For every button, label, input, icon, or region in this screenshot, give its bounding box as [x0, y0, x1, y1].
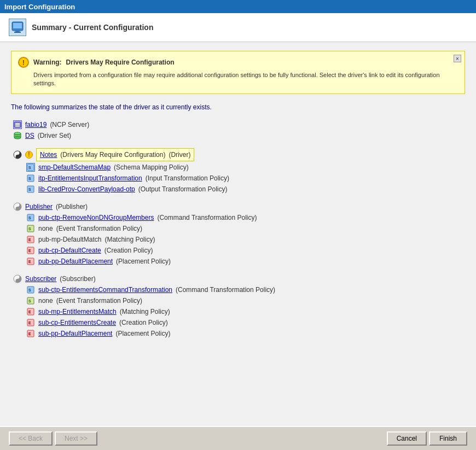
pub-pp-link[interactable]: pub-pp-DefaultPlacement [38, 256, 113, 266]
sub-pp-desc: (Placement Policy) [115, 329, 170, 338]
pub-mp-row: E pub-mp-DefaultMatch (Matching Policy) [13, 235, 465, 244]
ds-icon [13, 131, 22, 140]
pub-pp-icon: E [26, 257, 35, 266]
pub-etp-row: S none (Event Transformation Policy) [13, 224, 465, 233]
smp-link[interactable]: smp-DefaultSchemaMap [38, 162, 111, 172]
finish-button[interactable]: Finish [429, 431, 467, 446]
svg-point-21 [17, 204, 19, 206]
warning-close-button[interactable]: × [454, 55, 461, 62]
ds-desc: (Driver Set) [38, 131, 71, 141]
sub-etp-icon: S [26, 296, 35, 305]
summary-text: The following summarizes the state of th… [11, 103, 465, 112]
svg-point-34 [17, 276, 19, 278]
warning-box: × ! Warning: Drivers May Require Configu… [11, 51, 465, 94]
pub-ctp-desc: (Command Transformation Policy) [157, 213, 257, 223]
ds-link[interactable]: DS [25, 131, 34, 141]
warning-title-label: Warning: [33, 59, 62, 66]
sub-etp-desc: (Event Transformation Policy) [56, 296, 142, 306]
sub-etp-none: none [38, 296, 53, 306]
schema-icon: S [26, 163, 35, 172]
svg-text:S: S [28, 177, 31, 180]
server-icon [13, 120, 22, 129]
svg-text:E: E [28, 260, 31, 264]
svg-rect-1 [13, 23, 22, 28]
svg-rect-3 [14, 32, 21, 33]
sub-etp-row: S none (Event Transformation Policy) [13, 296, 465, 306]
pub-cp-icon: E [26, 246, 35, 255]
publisher-yin-yang-icon [13, 202, 22, 211]
notes-link[interactable]: Notes [40, 150, 57, 160]
publisher-desc: (Publisher) [56, 202, 88, 212]
svg-text:E: E [28, 332, 31, 336]
notes-warning-text: (Drivers May Require Configuration) [60, 150, 165, 160]
sub-mp-link[interactable]: sub-mp-EntitlementsMatch [38, 307, 117, 317]
bang-icon: ! [25, 151, 33, 159]
title-bar: Import Configuration [0, 0, 476, 13]
svg-rect-7 [15, 126, 20, 127]
pub-etp-desc: (Event Transformation Policy) [56, 224, 142, 233]
cancel-button[interactable]: Cancel [387, 431, 427, 446]
sub-cp-row: E sub-cp-EntitlementsCreate (Creation Po… [13, 318, 465, 328]
sub-cp-desc: (Creation Policy) [119, 318, 168, 328]
svg-rect-5 [15, 123, 20, 124]
footer: << Back Next >> Cancel Finish [0, 426, 476, 450]
svg-text:S: S [28, 166, 31, 170]
sub-pp-link[interactable]: sub-pp-DefaultPlacement [38, 329, 112, 338]
publisher-link[interactable]: Publisher [25, 202, 53, 212]
server-desc: (NCP Server) [50, 120, 89, 130]
pub-etp-icon: S [26, 224, 35, 233]
back-button[interactable]: << Back [9, 431, 53, 446]
subscriber-link[interactable]: Subscriber [25, 274, 56, 284]
title-bar-label: Import Configuration [4, 3, 75, 11]
sub-ctp-desc: (Command Transformation Policy) [176, 285, 275, 295]
lib-link[interactable]: lib-CredProv-ConvertPayload-otp [38, 184, 135, 194]
pub-cp-link[interactable]: pub-cp-DefaultCreate [38, 246, 101, 255]
svg-point-9 [14, 132, 21, 135]
svg-text:S: S [28, 288, 31, 292]
sub-pp-row: E sub-pp-DefaultPlacement (Placement Pol… [13, 329, 465, 338]
svg-point-13 [17, 156, 19, 157]
pub-ctp-icon: S [26, 213, 35, 222]
pub-pp-desc: (Placement Policy) [116, 256, 171, 266]
main-container: Summary - Current Configuration × ! Warn… [0, 13, 476, 450]
server-link[interactable]: fabio19 [25, 120, 47, 130]
itp-desc: (Input Transformation Policy) [146, 173, 229, 183]
sub-ctp-icon: S [26, 285, 35, 294]
sub-cp-link[interactable]: sub-cp-EntitlementsCreate [38, 318, 116, 328]
pub-etp-none: none [38, 224, 53, 233]
svg-text:E: E [28, 249, 31, 253]
header-title: Summary - Current Configuration [32, 23, 153, 32]
notes-row: ! Notes (Drivers May Require Configurati… [13, 148, 465, 161]
svg-text:S: S [28, 227, 31, 231]
svg-point-12 [17, 152, 19, 154]
svg-point-22 [17, 208, 19, 209]
svg-text:E: E [28, 321, 31, 325]
warning-heading: Drivers May Require Configuration [66, 59, 175, 66]
lib-row: S lib-CredProv-ConvertPayload-otp (Outpu… [13, 184, 465, 194]
pub-ctp-link[interactable]: pub-ctp-RemoveNonDNGroupMembers [38, 213, 154, 223]
subscriber-desc: (Subscriber) [60, 274, 95, 284]
warning-header: ! Warning: Drivers May Require Configura… [18, 57, 458, 68]
notes-driver-text: (Driver) [169, 150, 190, 160]
notes-highlighted: Notes (Drivers May Require Configuration… [36, 148, 194, 161]
yin-yang-icon [13, 150, 22, 159]
pub-mp-text: pub-mp-DefaultMatch [38, 235, 101, 244]
svg-text:E: E [28, 238, 31, 242]
lib-desc: (Output Transformation Policy) [138, 184, 228, 194]
svg-text:S: S [28, 216, 31, 220]
sub-pp-icon: E [26, 329, 35, 338]
svg-point-35 [17, 280, 19, 282]
sub-ctp-row: S sub-ctp-EntitlementsCommandTransformat… [13, 285, 465, 295]
sub-ctp-link[interactable]: sub-ctp-EntitlementsCommandTransformatio… [38, 285, 172, 295]
server-row: fabio19 (NCP Server) [13, 120, 465, 130]
itp-link[interactable]: itp-EntitlementsInputTransformation [38, 173, 142, 183]
content-area: × ! Warning: Drivers May Require Configu… [0, 42, 476, 426]
next-button[interactable]: Next >> [55, 431, 97, 446]
sub-mp-row: E sub-mp-EntitlementsMatch (Matching Pol… [13, 307, 465, 317]
ds-row: DS (Driver Set) [13, 131, 465, 141]
pub-cp-row: E pub-cp-DefaultCreate (Creation Policy) [13, 246, 465, 255]
sub-mp-desc: (Matching Policy) [120, 307, 170, 317]
smp-desc: (Schema Mapping Policy) [114, 162, 189, 172]
header-icon [9, 19, 26, 36]
pub-ctp-row: S pub-ctp-RemoveNonDNGroupMembers (Comma… [13, 213, 465, 223]
